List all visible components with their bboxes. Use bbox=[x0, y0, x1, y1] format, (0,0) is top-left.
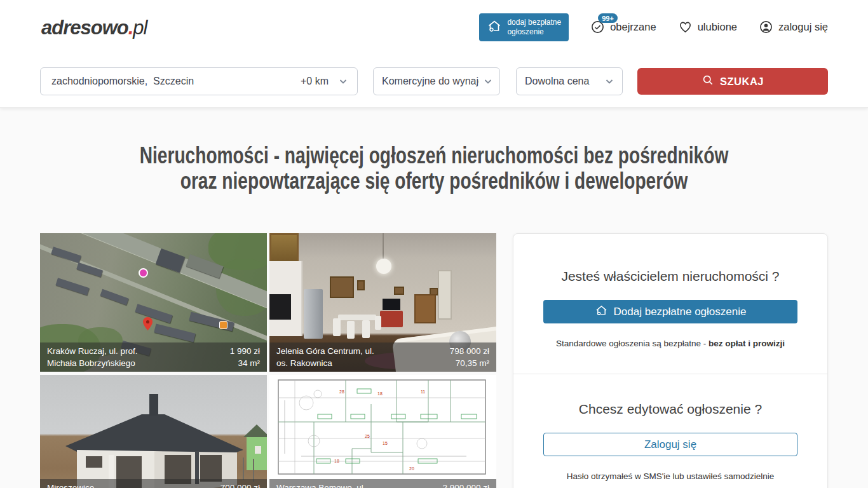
listing-title-line2: os. Rakownica bbox=[276, 357, 374, 369]
listing-price: 798 000 zł bbox=[450, 345, 489, 357]
add-listing-button[interactable]: dodaj bezpłatne ogłoszenie bbox=[479, 13, 569, 41]
page-title-line1: Nieruchomości - najwięcej ogłoszeń nieru… bbox=[104, 143, 764, 168]
chevron-down-icon bbox=[604, 76, 614, 86]
house-plus-icon bbox=[595, 304, 608, 320]
house-construction-photo bbox=[40, 375, 267, 488]
listing-card-jelenia-gora[interactable]: Jelenia Góra Centrum, ul. os. Rakownica … bbox=[269, 233, 496, 372]
svg-text:28: 28 bbox=[339, 390, 344, 394]
location-input[interactable]: zachodniopomorskie, Szczecin +0 km bbox=[40, 67, 358, 95]
search-button-label: SZUKAJ bbox=[720, 76, 764, 88]
logo-text-main: adresowo bbox=[41, 17, 128, 39]
radius-value: +0 km bbox=[301, 76, 329, 87]
map-pin-icon bbox=[143, 317, 153, 330]
cta-sidebar: Jesteś właścicielem nieruchomości ? Doda… bbox=[513, 233, 828, 488]
favorites-label: ulubione bbox=[698, 21, 737, 33]
user-circle-icon bbox=[759, 20, 773, 34]
login-cta-button[interactable]: Zaloguj się bbox=[543, 433, 797, 456]
owner-note: Standardowe ogłoszenia są bezpłatne - be… bbox=[513, 339, 827, 348]
edit-heading: Chcesz edytować ogłoszenie ? bbox=[513, 401, 827, 417]
category-select[interactable]: Komercyjne do wynaję bbox=[373, 67, 500, 95]
listing-title-line1: Miroszewice bbox=[47, 482, 94, 488]
svg-text:25: 25 bbox=[365, 434, 370, 438]
viewed-count-badge: 99+ bbox=[598, 13, 618, 23]
listing-card-warszawa[interactable]: 281118 251518 20 Warszawa Bemowo, ul. 2 … bbox=[269, 375, 496, 488]
floor-plan-drawing: 281118 251518 20 bbox=[269, 375, 496, 488]
nav-item-login[interactable]: zaloguj się bbox=[759, 20, 828, 34]
chevron-down-icon bbox=[483, 76, 493, 86]
search-button[interactable]: SZUKAJ bbox=[637, 68, 828, 95]
edit-section: Chcesz edytować ogłoszenie ? Zaloguj się… bbox=[513, 374, 827, 481]
listing-title-line1: Jelenia Góra Centrum, ul. bbox=[276, 345, 374, 357]
page-title: Nieruchomości - najwięcej ogłoszeń nieru… bbox=[0, 143, 868, 194]
svg-text:18: 18 bbox=[334, 459, 339, 463]
listing-title-line1: Kraków Ruczaj, ul. prof. bbox=[47, 345, 138, 357]
svg-text:11: 11 bbox=[421, 390, 425, 394]
listing-caption: Jelenia Góra Centrum, ul. os. Rakownica … bbox=[269, 342, 496, 372]
svg-text:15: 15 bbox=[383, 441, 388, 445]
owner-section: Jesteś właścicielem nieruchomości ? Doda… bbox=[513, 234, 827, 348]
house-plus-icon bbox=[487, 18, 502, 36]
price-value: Dowolna cena bbox=[525, 76, 600, 87]
listing-price: 2 900 000 zł bbox=[442, 482, 489, 488]
add-listing-cta-button[interactable]: Dodaj bezpłatne ogłoszenie bbox=[543, 300, 797, 323]
listing-title-line1: Warszawa Bemowo, ul. bbox=[276, 482, 366, 488]
listing-price: 1 990 zł bbox=[230, 345, 260, 357]
svg-text:20: 20 bbox=[409, 466, 414, 471]
header: adresowo.pl dodaj bezpłatne ogłoszenie bbox=[0, 0, 868, 108]
site-logo[interactable]: adresowo.pl bbox=[41, 17, 147, 39]
transit-marker-icon bbox=[139, 268, 148, 278]
edit-note: Hasło otrzymałeś w SMS'ie lub ustawiłeś … bbox=[513, 471, 827, 481]
add-listing-cta-label: Dodaj bezpłatne ogłoszenie bbox=[614, 306, 747, 318]
location-value: zachodniopomorskie, Szczecin bbox=[51, 76, 194, 87]
svg-text:18: 18 bbox=[377, 391, 383, 396]
listing-caption: Kraków Ruczaj, ul. prof. Michała Bobrzyń… bbox=[40, 342, 267, 372]
listing-caption: Miroszewice 700 000 zł bbox=[40, 479, 267, 488]
listing-grid: Kraków Ruczaj, ul. prof. Michała Bobrzyń… bbox=[40, 233, 496, 488]
page-title-line2: oraz niepowtarzające się oferty pośredni… bbox=[104, 168, 764, 194]
category-value: Komercyjne do wynaję bbox=[382, 76, 479, 87]
listing-caption: Warszawa Bemowo, ul. 2 900 000 zł bbox=[269, 479, 496, 488]
login-label: zaloguj się bbox=[778, 21, 828, 33]
nav-item-favorites[interactable]: ulubione bbox=[678, 20, 737, 34]
owner-note-bold: bez opłat i prowizji bbox=[709, 339, 785, 348]
listing-card-miroszewice[interactable]: Miroszewice 700 000 zł bbox=[40, 375, 267, 488]
nav-item-viewed[interactable]: 99+ obejrzane bbox=[590, 20, 656, 34]
add-listing-label-line1: dodaj bezpłatne bbox=[507, 18, 561, 27]
heart-icon bbox=[678, 20, 693, 34]
poi-marker-icon bbox=[219, 321, 227, 329]
listing-title-line2: Michała Bobrzyńskiego bbox=[47, 357, 138, 369]
viewed-label: obejrzane bbox=[610, 21, 656, 33]
logo-text-tld: pl bbox=[133, 17, 147, 39]
add-listing-label-line2: ogłoszenie bbox=[507, 27, 561, 37]
listing-card-krakow[interactable]: Kraków Ruczaj, ul. prof. Michała Bobrzyń… bbox=[40, 233, 267, 372]
listing-area: 70,35 m² bbox=[450, 357, 489, 369]
price-select[interactable]: Dowolna cena bbox=[516, 67, 623, 95]
search-icon bbox=[702, 74, 714, 89]
chevron-down-icon[interactable] bbox=[338, 76, 348, 86]
listing-price: 700 000 zł bbox=[220, 482, 260, 488]
top-navigation: dodaj bezpłatne ogłoszenie 99+ obejrzane… bbox=[479, 0, 828, 54]
owner-heading: Jesteś właścicielem nieruchomości ? bbox=[513, 268, 827, 285]
search-bar: zachodniopomorskie, Szczecin +0 km Komer… bbox=[40, 67, 828, 95]
listing-area: 34 m² bbox=[230, 357, 260, 369]
